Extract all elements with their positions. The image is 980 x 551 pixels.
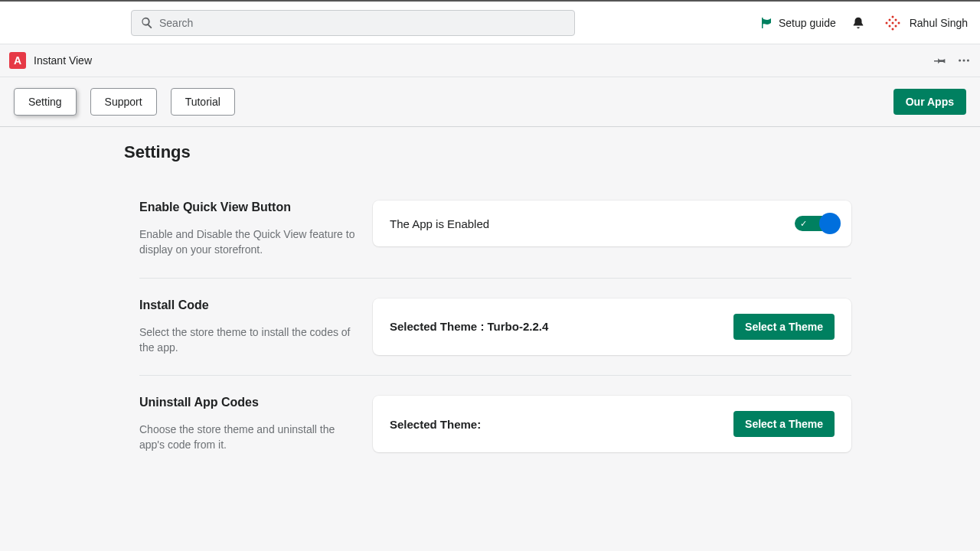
enable-card: The App is Enabled ✓ [373,201,851,246]
check-icon: ✓ [800,219,807,229]
select-theme-button[interactable]: Select a Theme [733,314,835,340]
tab-setting[interactable]: Setting [14,88,77,116]
svg-point-11 [967,59,969,61]
section-install: Install Code Select the store theme to i… [139,279,851,376]
bell-icon[interactable] [851,16,865,30]
select-theme-button[interactable]: Select a Theme [733,411,835,437]
svg-point-7 [894,24,897,27]
section-left: Uninstall App Codes Choose the store the… [139,396,373,453]
search-wrap [131,10,575,36]
search-icon [140,16,154,30]
user-menu[interactable]: Rahul Singh [882,14,968,32]
search-input[interactable] [131,10,575,36]
tabs-row: Setting Support Tutorial Our Apps [0,77,980,127]
selected-label: Selected Theme: [390,418,481,431]
app-title: Instant View [34,54,92,67]
our-apps-button[interactable]: Our Apps [893,89,966,115]
section-title: Enable Quick View Button [139,201,358,214]
svg-point-5 [891,28,893,30]
svg-point-6 [894,18,897,21]
app-header: A Instant View [0,44,980,77]
section-left: Install Code Select the store theme to i… [139,298,373,356]
content: Settings Enable Quick View Button Enable… [0,127,980,473]
user-name: Rahul Singh [910,17,968,29]
selected-value: Turbo-2.2.4 [488,320,549,333]
setup-guide-link[interactable]: Setup guide [760,17,836,29]
tab-tutorial[interactable]: Tutorial [171,88,235,116]
tab-support[interactable]: Support [90,88,157,116]
svg-point-2 [888,24,890,27]
section-uninstall: Uninstall App Codes Choose the store the… [139,376,851,473]
section-desc: Select the store theme to install the co… [139,324,358,356]
enable-status-text: The App is Enabled [390,217,795,230]
section-enable: Enable Quick View Button Enable and Disa… [139,201,851,278]
pin-icon[interactable] [934,54,946,67]
section-title: Uninstall App Codes [139,396,358,409]
install-card: Selected Theme : Turbo-2.2.4 Select a Th… [373,298,851,355]
avatar [882,14,903,32]
more-icon[interactable] [957,54,971,67]
svg-point-0 [885,21,887,24]
toggle-knob [819,213,841,234]
selected-label: Selected Theme : [390,320,488,333]
svg-point-3 [891,15,893,18]
section-desc: Enable and Disable the Quick View featur… [139,227,358,258]
svg-point-8 [897,21,900,24]
svg-point-4 [891,21,893,24]
page-title: Settings [124,142,980,162]
section-left: Enable Quick View Button Enable and Disa… [139,201,373,258]
svg-point-9 [959,59,961,61]
app-icon: A [9,52,26,69]
svg-point-1 [888,18,890,21]
setup-guide-label: Setup guide [779,17,836,29]
uninstall-theme-text: Selected Theme: [390,418,733,431]
uninstall-card: Selected Theme: Select a Theme [373,396,851,452]
section-title: Install Code [139,298,358,312]
flag-icon [760,17,773,29]
topbar: Setup guide Rahul Singh [0,2,980,44]
section-desc: Choose the store theme and uninstall the… [139,422,358,453]
svg-point-10 [962,59,965,61]
install-theme-text: Selected Theme : Turbo-2.2.4 [390,320,733,333]
enable-toggle[interactable]: ✓ [795,216,835,231]
